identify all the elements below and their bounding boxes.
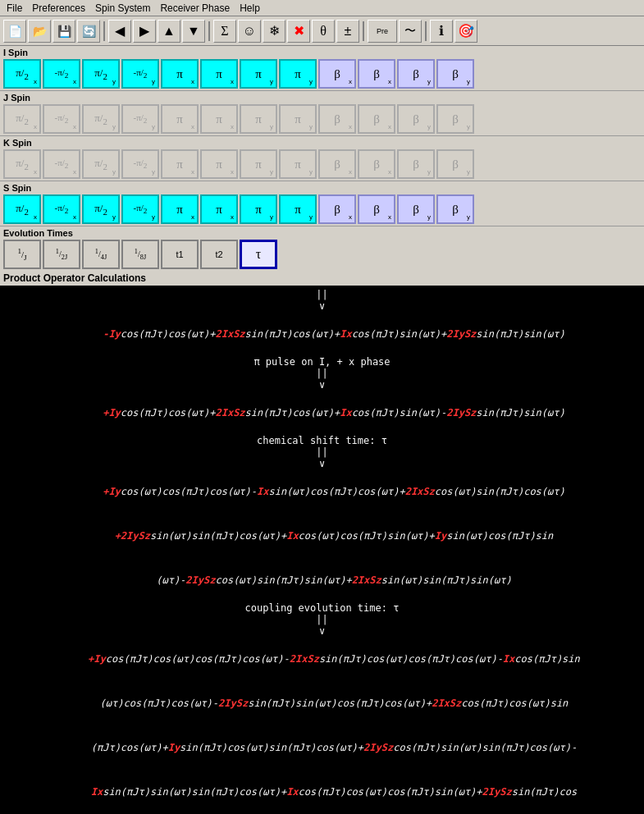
s-spin-btn-9[interactable]: βx <box>358 194 395 224</box>
s-spin-btn-10[interactable]: βy <box>397 194 435 224</box>
menu-preferences[interactable]: Preferences <box>27 1 90 16</box>
toolbar-refresh-btn[interactable]: 🔄 <box>77 20 100 43</box>
j-spin-btn-9[interactable]: βx <box>358 104 395 134</box>
s-spin-btn-3[interactable]: -π/2y <box>121 194 159 224</box>
i-spin-btn-4[interactable]: πx <box>161 59 199 89</box>
j-spin-btn-11[interactable]: βy <box>436 104 474 134</box>
i-spin-btn-7[interactable]: πy <box>279 59 317 89</box>
k-spin-btn-8[interactable]: βx <box>318 149 356 179</box>
s-spin-btn-8[interactable]: βx <box>318 194 356 224</box>
i-spin-btn-0[interactable]: π/2x <box>3 59 41 89</box>
j-spin-btn-2[interactable]: π/2y <box>82 104 120 134</box>
k-spin-btn-6[interactable]: πy <box>240 149 277 179</box>
i-spin-btn-2[interactable]: π/2y <box>82 59 120 89</box>
i-spin-btn-5[interactable]: πx <box>200 59 238 89</box>
k-spin-btn-7[interactable]: πy <box>279 149 317 179</box>
toolbar-snow-btn[interactable]: ❄ <box>263 20 285 43</box>
k-spin-btn-3[interactable]: -π/2y <box>121 149 159 179</box>
k-spin-btn-2[interactable]: π/2y <box>82 149 120 179</box>
evol-btn-t2[interactable]: t2 <box>200 240 238 269</box>
evol-btn-1j[interactable]: 1/J <box>3 240 41 269</box>
label-chem-shift: chemical shift time: τ <box>3 435 641 446</box>
evol-btn-4j[interactable]: 1/4J <box>82 240 120 269</box>
j-spin-btn-6[interactable]: πy <box>240 104 277 134</box>
toolbar-new-btn[interactable]: 📄 <box>3 20 26 43</box>
evol-btn-tau[interactable]: τ <box>240 240 277 269</box>
evol-btn-t1[interactable]: t1 <box>161 240 199 269</box>
label-pi-pulse: π pulse on I, + x phase <box>3 356 641 368</box>
i-spin-btn-10[interactable]: βy <box>397 59 435 89</box>
toolbar-open-btn[interactable]: 📂 <box>28 20 51 43</box>
toolbar-redx-btn[interactable]: ✖ <box>287 20 310 43</box>
math-line-6: +Iycos(πJτ)cos(ωτ)cos(πJτ)cos(ωτ)-2IxSzs… <box>3 637 641 681</box>
toolbar-forward-btn[interactable]: ▶ <box>133 20 156 43</box>
toolbar-sep-3 <box>363 21 364 41</box>
toolbar-smiley-btn[interactable]: ☺ <box>238 20 261 43</box>
toolbar-back-btn[interactable]: ◀ <box>108 20 131 43</box>
toolbar-wave-btn[interactable]: 〜 <box>399 20 422 43</box>
k-spin-btn-11[interactable]: βy <box>436 149 474 179</box>
evolution-times-label: Evolution Times <box>3 228 641 238</box>
label-coupling: coupling evolution time: τ <box>3 602 641 614</box>
s-spin-btn-7[interactable]: πy <box>279 194 317 224</box>
j-spin-btn-1[interactable]: -π/2x <box>43 104 80 134</box>
evolution-times-section: Evolution Times 1/J 1/2J 1/4J 1/8J t1 t2… <box>0 226 644 271</box>
s-spin-btn-2[interactable]: π/2y <box>82 194 120 224</box>
k-spin-btn-4[interactable]: πx <box>161 149 199 179</box>
menu-help[interactable]: Help <box>235 1 265 16</box>
toolbar-sigma-btn[interactable]: Σ <box>213 20 236 43</box>
math-line-3: +Iycos(ωτ)cos(πJτ)cos(ωτ)-Ixsin(ωτ)cos(π… <box>3 469 641 514</box>
j-spin-btn-3[interactable]: -π/2y <box>121 104 159 134</box>
j-spin-btn-10[interactable]: βy <box>397 104 435 134</box>
k-spin-btn-5[interactable]: πx <box>200 149 238 179</box>
s-spin-btn-5[interactable]: πx <box>200 194 238 224</box>
toolbar-sep-4 <box>425 21 427 41</box>
j-spin-btn-7[interactable]: πy <box>279 104 317 134</box>
s-spin-btn-6[interactable]: πy <box>240 194 277 224</box>
k-spin-btn-1[interactable]: -π/2x <box>43 149 80 179</box>
k-spin-section: K Spin π/2x -π/2x π/2y -π/2y πx πx πy πy… <box>0 136 644 181</box>
s-spin-btn-11[interactable]: βy <box>436 194 474 224</box>
arrow-line-1: || <box>3 289 641 300</box>
s-spin-btn-1[interactable]: -π/2x <box>43 194 80 224</box>
toolbar-theta-btn[interactable]: θ <box>312 20 335 43</box>
j-spin-btn-8[interactable]: βx <box>318 104 356 134</box>
arrow-line-7: || <box>3 614 641 625</box>
j-spin-btn-5[interactable]: πx <box>200 104 238 134</box>
k-spin-buttons: π/2x -π/2x π/2y -π/2y πx πx πy πy βx βx … <box>3 149 641 179</box>
toolbar-pm-btn[interactable]: ± <box>336 20 359 43</box>
k-spin-btn-0[interactable]: π/2x <box>3 149 41 179</box>
arrow-line-4: ∨ <box>3 379 641 391</box>
evol-btn-2j[interactable]: 1/2J <box>43 240 80 269</box>
s-spin-btn-0[interactable]: π/2x <box>3 194 41 224</box>
menu-spin-system[interactable]: Spin System <box>90 1 155 16</box>
evolution-times-buttons: 1/J 1/2J 1/4J 1/8J t1 t2 τ <box>3 240 641 269</box>
menu-receiver-phase[interactable]: Receiver Phase <box>155 1 235 16</box>
toolbar-save-btn[interactable]: 💾 <box>53 20 75 43</box>
i-spin-btn-1[interactable]: -π/2x <box>43 59 80 89</box>
toolbar-up-btn[interactable]: ▲ <box>158 20 180 43</box>
math-line-7: (ωτ)cos(πJτ)cos(ωτ)-2IySzsin(πJτ)sin(ωτ)… <box>3 681 641 725</box>
i-spin-btn-11[interactable]: βy <box>436 59 474 89</box>
i-spin-section: I Spin π/2x -π/2x π/2y -π/2y πx πx πy πy… <box>0 46 644 91</box>
menu-file[interactable]: File <box>2 1 27 16</box>
toolbar-pre-btn[interactable]: Pre <box>368 20 397 43</box>
i-spin-btn-8[interactable]: βx <box>318 59 356 89</box>
s-spin-btn-4[interactable]: πx <box>161 194 199 224</box>
math-line-4: +2IySzsin(ωτ)sin(πJτ)cos(ωτ)+Ixcos(ωτ)co… <box>3 514 641 558</box>
i-spin-btn-9[interactable]: βx <box>358 59 395 89</box>
j-spin-label: J Spin <box>3 93 641 103</box>
toolbar-down-btn[interactable]: ▼ <box>182 20 205 43</box>
i-spin-btn-6[interactable]: πy <box>240 59 277 89</box>
j-spin-btn-4[interactable]: πx <box>161 104 199 134</box>
toolbar-info-btn[interactable]: ℹ <box>430 20 453 43</box>
evol-btn-8j[interactable]: 1/8J <box>121 240 159 269</box>
product-operator-content: || ∨ -Iycos(πJτ)cos(ωτ)+2IxSzsin(πJτ)cos… <box>0 286 644 814</box>
k-spin-btn-9[interactable]: βx <box>358 149 395 179</box>
k-spin-btn-10[interactable]: βy <box>397 149 435 179</box>
math-line-5: (ωτ)-2IySzcos(ωτ)sin(πJτ)sin(ωτ)+2IxSzsi… <box>3 558 641 602</box>
math-line-9: Ixsin(πJτ)sin(ωτ)sin(πJτ)cos(ωτ)+Ixcos(π… <box>3 770 641 814</box>
toolbar-target-btn[interactable]: 🎯 <box>454 20 477 43</box>
j-spin-btn-0[interactable]: π/2x <box>3 104 41 134</box>
i-spin-btn-3[interactable]: -π/2y <box>121 59 159 89</box>
